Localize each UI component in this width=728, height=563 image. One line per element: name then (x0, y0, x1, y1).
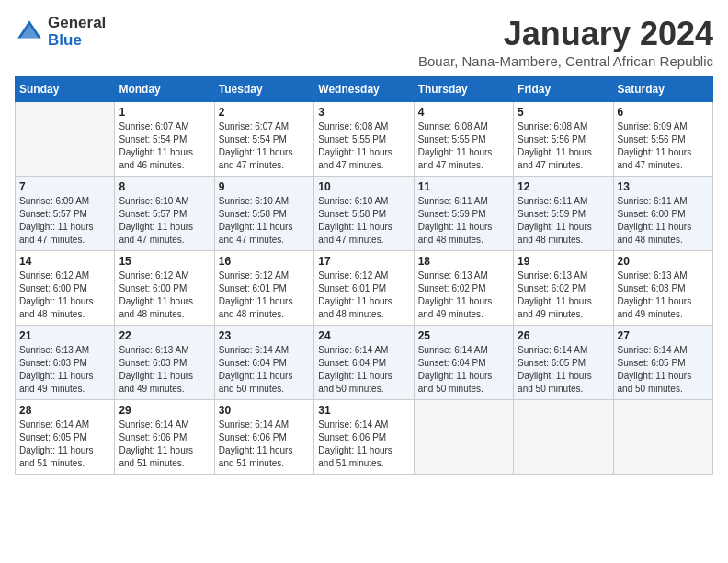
day-info: Sunrise: 6:14 AM Sunset: 6:05 PM Dayligh… (518, 344, 609, 396)
day-info: Sunrise: 6:14 AM Sunset: 6:06 PM Dayligh… (119, 419, 210, 470)
calendar-cell: 14Sunrise: 6:12 AM Sunset: 6:00 PM Dayli… (16, 251, 115, 326)
day-info: Sunrise: 6:14 AM Sunset: 6:06 PM Dayligh… (318, 419, 409, 470)
calendar-cell: 2Sunrise: 6:07 AM Sunset: 5:54 PM Daylig… (214, 102, 313, 177)
week-row-4: 21Sunrise: 6:13 AM Sunset: 6:03 PM Dayli… (16, 326, 713, 400)
day-info: Sunrise: 6:11 AM Sunset: 5:59 PM Dayligh… (418, 195, 509, 247)
day-number: 5 (518, 106, 609, 119)
day-info: Sunrise: 6:07 AM Sunset: 5:54 PM Dayligh… (119, 121, 210, 172)
day-info: Sunrise: 6:12 AM Sunset: 6:01 PM Dayligh… (219, 270, 310, 321)
calendar-cell (613, 400, 712, 475)
day-number: 31 (318, 404, 409, 417)
day-info: Sunrise: 6:10 AM Sunset: 5:57 PM Dayligh… (119, 195, 210, 247)
day-number: 27 (618, 329, 709, 342)
column-header-thursday: Thursday (414, 77, 513, 102)
day-info: Sunrise: 6:12 AM Sunset: 6:00 PM Dayligh… (119, 270, 210, 321)
day-number: 15 (119, 255, 210, 268)
column-header-monday: Monday (115, 77, 214, 102)
title-block: January 2024 Bouar, Nana-Mambere, Centra… (418, 15, 713, 69)
day-number: 29 (119, 404, 210, 417)
day-info: Sunrise: 6:11 AM Sunset: 5:59 PM Dayligh… (518, 195, 609, 247)
day-info: Sunrise: 6:13 AM Sunset: 6:03 PM Dayligh… (119, 344, 210, 396)
calendar-cell: 11Sunrise: 6:11 AM Sunset: 5:59 PM Dayli… (414, 177, 513, 251)
calendar-cell: 10Sunrise: 6:10 AM Sunset: 5:58 PM Dayli… (314, 177, 414, 251)
column-header-saturday: Saturday (613, 77, 712, 102)
day-number: 8 (119, 180, 210, 193)
day-number: 25 (418, 329, 509, 342)
day-info: Sunrise: 6:10 AM Sunset: 5:58 PM Dayligh… (318, 195, 409, 247)
day-info: Sunrise: 6:14 AM Sunset: 6:05 PM Dayligh… (618, 344, 709, 396)
calendar-cell: 24Sunrise: 6:14 AM Sunset: 6:04 PM Dayli… (314, 326, 414, 400)
calendar-cell: 8Sunrise: 6:10 AM Sunset: 5:57 PM Daylig… (115, 177, 214, 251)
day-number: 26 (518, 329, 609, 342)
day-number: 11 (418, 180, 509, 193)
day-number: 13 (618, 180, 709, 193)
logo-icon (15, 17, 44, 47)
day-info: Sunrise: 6:11 AM Sunset: 6:00 PM Dayligh… (618, 195, 709, 247)
calendar-cell: 5Sunrise: 6:08 AM Sunset: 5:56 PM Daylig… (514, 102, 613, 177)
day-number: 18 (418, 255, 509, 268)
day-info: Sunrise: 6:13 AM Sunset: 6:02 PM Dayligh… (418, 270, 509, 321)
day-info: Sunrise: 6:14 AM Sunset: 6:04 PM Dayligh… (318, 344, 409, 396)
day-info: Sunrise: 6:14 AM Sunset: 6:04 PM Dayligh… (418, 344, 509, 396)
day-info: Sunrise: 6:08 AM Sunset: 5:56 PM Dayligh… (518, 121, 609, 172)
calendar-cell: 7Sunrise: 6:09 AM Sunset: 5:57 PM Daylig… (16, 177, 115, 251)
month-title: January 2024 (418, 15, 713, 53)
day-number: 24 (318, 329, 409, 342)
day-info: Sunrise: 6:13 AM Sunset: 6:03 PM Dayligh… (19, 344, 110, 396)
calendar-cell: 1Sunrise: 6:07 AM Sunset: 5:54 PM Daylig… (115, 102, 214, 177)
day-number: 17 (318, 255, 409, 268)
calendar-cell (514, 400, 613, 475)
calendar-cell: 4Sunrise: 6:08 AM Sunset: 5:55 PM Daylig… (414, 102, 513, 177)
calendar-cell: 16Sunrise: 6:12 AM Sunset: 6:01 PM Dayli… (214, 251, 313, 326)
day-number: 6 (618, 106, 709, 119)
page-header: General Blue January 2024 Bouar, Nana-Ma… (15, 15, 713, 69)
day-info: Sunrise: 6:14 AM Sunset: 6:06 PM Dayligh… (219, 419, 310, 470)
logo-text: General Blue (48, 15, 106, 49)
day-info: Sunrise: 6:09 AM Sunset: 5:57 PM Dayligh… (19, 195, 110, 247)
calendar-cell: 19Sunrise: 6:13 AM Sunset: 6:02 PM Dayli… (514, 251, 613, 326)
calendar-cell: 27Sunrise: 6:14 AM Sunset: 6:05 PM Dayli… (613, 326, 712, 400)
column-header-tuesday: Tuesday (214, 77, 313, 102)
day-number: 1 (119, 106, 210, 119)
day-number: 4 (418, 106, 509, 119)
day-info: Sunrise: 6:14 AM Sunset: 6:05 PM Dayligh… (19, 419, 110, 470)
calendar-cell: 3Sunrise: 6:08 AM Sunset: 5:55 PM Daylig… (314, 102, 414, 177)
day-number: 30 (219, 404, 310, 417)
calendar-cell: 31Sunrise: 6:14 AM Sunset: 6:06 PM Dayli… (314, 400, 414, 475)
calendar-cell: 15Sunrise: 6:12 AM Sunset: 6:00 PM Dayli… (115, 251, 214, 326)
day-info: Sunrise: 6:13 AM Sunset: 6:03 PM Dayligh… (618, 270, 709, 321)
day-number: 2 (219, 106, 310, 119)
day-info: Sunrise: 6:09 AM Sunset: 5:56 PM Dayligh… (618, 121, 709, 172)
calendar-cell: 6Sunrise: 6:09 AM Sunset: 5:56 PM Daylig… (613, 102, 712, 177)
calendar-header-row: SundayMondayTuesdayWednesdayThursdayFrid… (16, 77, 713, 102)
day-info: Sunrise: 6:07 AM Sunset: 5:54 PM Dayligh… (219, 121, 310, 172)
day-number: 21 (19, 329, 110, 342)
day-number: 14 (19, 255, 110, 268)
calendar-cell: 26Sunrise: 6:14 AM Sunset: 6:05 PM Dayli… (514, 326, 613, 400)
week-row-2: 7Sunrise: 6:09 AM Sunset: 5:57 PM Daylig… (16, 177, 713, 251)
logo-general-text: General (48, 15, 106, 32)
column-header-sunday: Sunday (16, 77, 115, 102)
calendar-cell (16, 102, 115, 177)
column-header-friday: Friday (514, 77, 613, 102)
day-info: Sunrise: 6:12 AM Sunset: 6:01 PM Dayligh… (318, 270, 409, 321)
calendar-cell: 22Sunrise: 6:13 AM Sunset: 6:03 PM Dayli… (115, 326, 214, 400)
calendar-cell (414, 400, 513, 475)
calendar-cell: 29Sunrise: 6:14 AM Sunset: 6:06 PM Dayli… (115, 400, 214, 475)
day-number: 16 (219, 255, 310, 268)
day-number: 22 (119, 329, 210, 342)
day-info: Sunrise: 6:08 AM Sunset: 5:55 PM Dayligh… (318, 121, 409, 172)
day-number: 10 (318, 180, 409, 193)
calendar-cell: 13Sunrise: 6:11 AM Sunset: 6:00 PM Dayli… (613, 177, 712, 251)
day-info: Sunrise: 6:13 AM Sunset: 6:02 PM Dayligh… (518, 270, 609, 321)
calendar-cell: 12Sunrise: 6:11 AM Sunset: 5:59 PM Dayli… (514, 177, 613, 251)
logo-blue-text: Blue (48, 32, 106, 50)
day-info: Sunrise: 6:08 AM Sunset: 5:55 PM Dayligh… (418, 121, 509, 172)
day-number: 28 (19, 404, 110, 417)
calendar-cell: 21Sunrise: 6:13 AM Sunset: 6:03 PM Dayli… (16, 326, 115, 400)
day-number: 9 (219, 180, 310, 193)
calendar-cell: 25Sunrise: 6:14 AM Sunset: 6:04 PM Dayli… (414, 326, 513, 400)
calendar-cell: 18Sunrise: 6:13 AM Sunset: 6:02 PM Dayli… (414, 251, 513, 326)
day-number: 12 (518, 180, 609, 193)
location-title: Bouar, Nana-Mambere, Central African Rep… (418, 53, 713, 69)
